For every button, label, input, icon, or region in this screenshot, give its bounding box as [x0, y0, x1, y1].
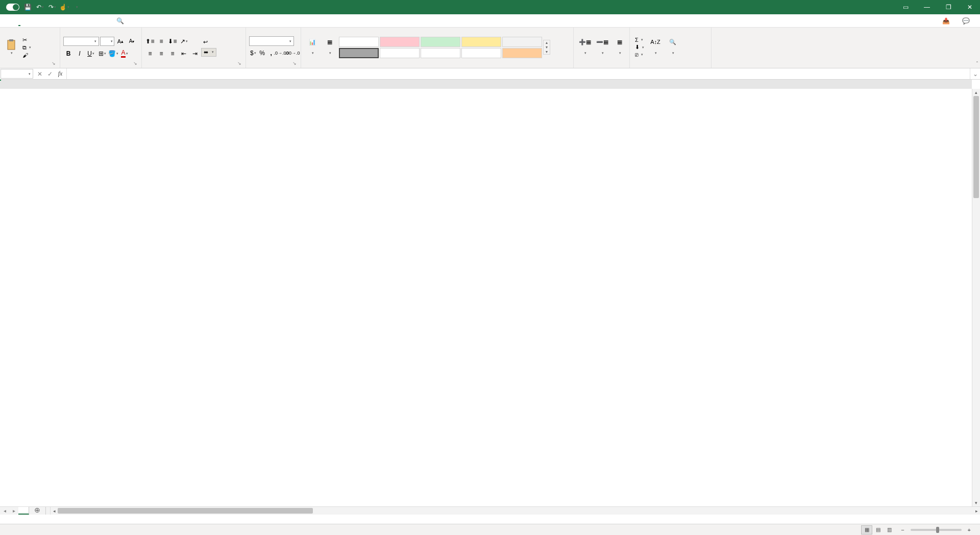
conditional-formatting-button[interactable]: 📊▾ — [304, 38, 321, 56]
copy-button[interactable]: ⧉▾ — [20, 44, 33, 52]
enter-formula-icon[interactable]: ✓ — [46, 70, 54, 78]
increase-font-icon[interactable]: A▴ — [115, 36, 126, 46]
find-select-button[interactable]: 🔍▾ — [665, 38, 681, 56]
tab-help[interactable] — [96, 14, 106, 27]
tab-home[interactable] — [14, 14, 24, 27]
tab-view[interactable] — [86, 14, 96, 27]
clipboard-group-label: ↘ — [3, 66, 57, 67]
decrease-indent-icon[interactable]: ⇤ — [179, 48, 189, 59]
format-cells-button[interactable]: ▦▾ — [611, 38, 628, 56]
expand-formula-bar-icon[interactable]: ⌄ — [970, 68, 980, 79]
number-format-combo[interactable]: ▾ — [249, 36, 294, 46]
autosum-button[interactable]: Σ▾ — [633, 36, 646, 43]
align-left-icon[interactable]: ≡ — [145, 48, 155, 59]
formula-input[interactable] — [67, 68, 970, 79]
tab-data[interactable] — [65, 14, 76, 27]
orientation-icon[interactable]: ↗▾ — [179, 36, 189, 46]
fill-icon: ⬇ — [635, 44, 640, 51]
font-name-combo[interactable]: ▾ — [63, 37, 99, 46]
tab-draw[interactable] — [35, 14, 45, 27]
share-button[interactable]: 📤 — [939, 16, 955, 26]
decrease-font-icon[interactable]: A▾ — [127, 36, 137, 46]
decrease-decimal-icon[interactable]: .00→.0 — [287, 48, 298, 58]
fill-button[interactable]: ⬇▾ — [633, 43, 646, 51]
ribbon-display-icon[interactable]: ▭ — [895, 0, 916, 14]
name-box[interactable]: ▾ — [1, 69, 33, 79]
accounting-icon[interactable]: $▾ — [249, 48, 257, 58]
styles-group-label — [304, 66, 570, 67]
fill-color-icon[interactable]: 🪣▾ — [108, 48, 118, 59]
merge-icon: ⬌ — [204, 49, 208, 56]
wrap-text-button[interactable]: ↩ — [201, 38, 216, 46]
tab-page-layout[interactable] — [45, 14, 55, 27]
align-center-icon[interactable]: ≡ — [156, 48, 166, 59]
underline-icon[interactable]: U▾ — [86, 48, 96, 59]
close-icon[interactable]: ✕ — [960, 0, 980, 14]
style-check-cell[interactable] — [339, 48, 379, 58]
paste-button[interactable]: ▾ — [3, 38, 19, 56]
border-icon[interactable]: ⊞▾ — [97, 48, 107, 59]
sort-filter-icon: A↕Z — [649, 39, 662, 51]
italic-icon[interactable]: I — [75, 48, 85, 59]
delete-cells-button[interactable]: ➖▦▾ — [594, 38, 610, 56]
insert-cells-icon: ➕▦ — [579, 39, 591, 51]
align-middle-icon[interactable]: ≡ — [156, 36, 166, 46]
formula-bar: ▾ ✕ ✓ fx ⌄ — [0, 68, 980, 80]
font-size-combo[interactable]: ▾ — [100, 37, 114, 46]
clear-icon: ⎚ — [635, 52, 639, 58]
tab-formulas[interactable] — [55, 14, 65, 27]
increase-indent-icon[interactable]: ⇥ — [190, 48, 200, 59]
ribbon-tabs: 🔍 📤 💬 — [0, 14, 980, 28]
style-neutral[interactable] — [461, 37, 501, 47]
alignment-launcher-icon[interactable]: ↘ — [236, 61, 242, 67]
undo-icon[interactable]: ↶▾ — [36, 3, 44, 11]
cancel-formula-icon[interactable]: ✕ — [36, 70, 44, 78]
merge-center-button[interactable]: ⬌▾ — [201, 48, 216, 57]
conditional-formatting-icon: 📊 — [306, 39, 318, 51]
save-icon[interactable]: 💾 — [23, 3, 32, 11]
insert-cells-button[interactable]: ➕▦▾ — [577, 38, 593, 56]
collapse-ribbon-icon[interactable]: ˆ — [976, 61, 978, 67]
tab-insert[interactable] — [24, 14, 35, 27]
font-color-icon[interactable]: A▾ — [119, 48, 130, 59]
maximize-icon[interactable]: ❐ — [938, 0, 959, 14]
style-input[interactable] — [502, 48, 542, 58]
align-right-icon[interactable]: ≡ — [167, 48, 178, 59]
tab-review[interactable] — [76, 14, 86, 27]
tell-me-search[interactable]: 🔍 — [116, 14, 939, 27]
bold-icon[interactable]: B — [63, 48, 74, 59]
delete-cells-icon: ➖▦ — [596, 39, 608, 51]
sort-filter-button[interactable]: A↕Z▾ — [647, 38, 664, 56]
styles-gallery-scroll[interactable]: ▴▾▾ — [543, 40, 550, 55]
style-explanatory[interactable] — [380, 48, 420, 58]
style-bad[interactable] — [380, 37, 420, 47]
clipboard-launcher-icon[interactable]: ↘ — [51, 61, 57, 67]
fx-icon[interactable]: fx — [56, 70, 64, 78]
format-table-button[interactable]: ▦▾ — [322, 38, 338, 56]
autosave-toggle[interactable] — [4, 4, 19, 11]
style-calculation[interactable] — [502, 37, 542, 47]
clear-button[interactable]: ⎚▾ — [633, 51, 646, 58]
qat-customize-icon[interactable]: ▾ — [72, 3, 81, 11]
style-normal[interactable] — [339, 37, 379, 47]
align-top-icon[interactable]: ⬆≡ — [145, 36, 155, 46]
percent-icon[interactable]: % — [258, 48, 266, 58]
tab-file[interactable] — [4, 14, 14, 27]
style-hyperlink[interactable] — [461, 48, 501, 58]
cut-button[interactable]: ✂ — [20, 36, 33, 44]
redo-icon[interactable]: ↷▾ — [48, 3, 56, 11]
comments-button[interactable]: 💬 — [959, 16, 975, 26]
format-painter-button[interactable]: 🖌 — [20, 52, 33, 59]
format-painter-icon: 🖌 — [22, 52, 28, 58]
cell-styles-gallery[interactable] — [339, 37, 542, 58]
touch-mode-icon[interactable]: ☝▾ — [60, 3, 68, 11]
format-cells-icon: ▦ — [614, 39, 626, 51]
format-table-icon: ▦ — [324, 39, 336, 51]
comment-icon: 💬 — [962, 17, 970, 25]
number-launcher-icon[interactable]: ↘ — [291, 61, 298, 67]
style-good[interactable] — [421, 37, 460, 47]
font-launcher-icon[interactable]: ↘ — [132, 61, 138, 67]
style-followed-hyperlink[interactable] — [421, 48, 460, 58]
align-bottom-icon[interactable]: ⬇≡ — [167, 36, 178, 46]
minimize-icon[interactable]: — — [917, 0, 937, 14]
